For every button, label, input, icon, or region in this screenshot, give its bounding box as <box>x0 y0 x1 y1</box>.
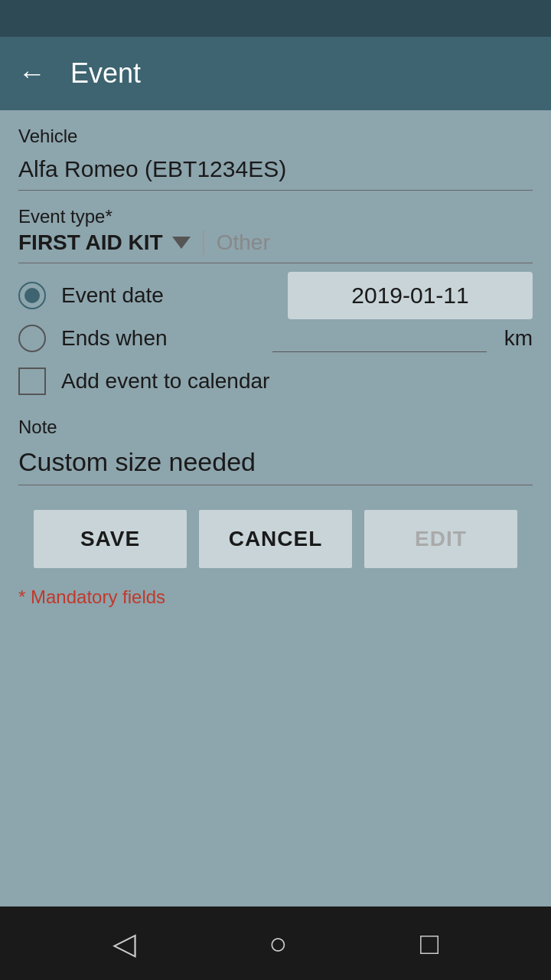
ends-when-radio[interactable] <box>18 325 46 352</box>
vehicle-value[interactable]: Alfa Romeo (EBT1234ES) <box>18 150 533 191</box>
event-type-main: FIRST AID KIT <box>18 230 163 255</box>
back-button[interactable]: ← <box>18 60 46 87</box>
radio-inner-dot <box>24 288 40 303</box>
event-date-row[interactable]: Event date 2019-01-11 <box>18 282 533 309</box>
cancel-button[interactable]: CANCEL <box>199 510 352 568</box>
note-label: Note <box>18 416 533 438</box>
status-bar <box>0 0 551 37</box>
action-buttons: SAVE CANCEL EDIT <box>18 510 533 568</box>
date-radio-group: Event date 2019-01-11 Ends when km <box>18 282 533 352</box>
mandatory-note: * Mandatory fields <box>18 586 533 608</box>
nav-home-icon[interactable]: ○ <box>269 926 287 961</box>
add-calendar-label: Add event to calendar <box>61 369 269 394</box>
dropdown-arrow-icon[interactable] <box>172 237 191 249</box>
page-title: Event <box>70 57 141 90</box>
note-field: Note Custom size needed <box>18 416 533 485</box>
event-type-field: Event type* FIRST AID KIT Other <box>18 206 533 263</box>
event-date-value[interactable]: 2019-01-11 <box>288 272 533 319</box>
event-type-row[interactable]: FIRST AID KIT Other <box>18 230 533 263</box>
add-calendar-row[interactable]: Add event to calendar <box>18 368 533 395</box>
vehicle-field: Vehicle Alfa Romeo (EBT1234ES) <box>18 126 533 191</box>
form-content: Vehicle Alfa Romeo (EBT1234ES) Event typ… <box>0 110 551 906</box>
event-type-other[interactable]: Other <box>203 230 533 255</box>
ends-when-label: Ends when <box>61 326 168 351</box>
event-type-label: Event type* <box>18 206 533 227</box>
nav-back-icon[interactable]: ◁ <box>112 926 136 961</box>
nav-bar: ◁ ○ □ <box>0 906 551 980</box>
event-date-label: Event date <box>61 283 164 308</box>
note-value[interactable]: Custom size needed <box>18 441 533 485</box>
save-button[interactable]: SAVE <box>34 510 187 568</box>
nav-recent-icon[interactable]: □ <box>420 926 439 961</box>
add-calendar-checkbox[interactable] <box>18 368 46 395</box>
ends-when-row[interactable]: Ends when km <box>18 325 533 352</box>
event-date-radio[interactable] <box>18 282 46 309</box>
km-label: km <box>504 326 533 351</box>
app-bar: ← Event <box>0 37 551 110</box>
vehicle-label: Vehicle <box>18 126 533 147</box>
edit-button[interactable]: EDIT <box>364 510 517 568</box>
ends-when-input[interactable] <box>272 325 487 352</box>
